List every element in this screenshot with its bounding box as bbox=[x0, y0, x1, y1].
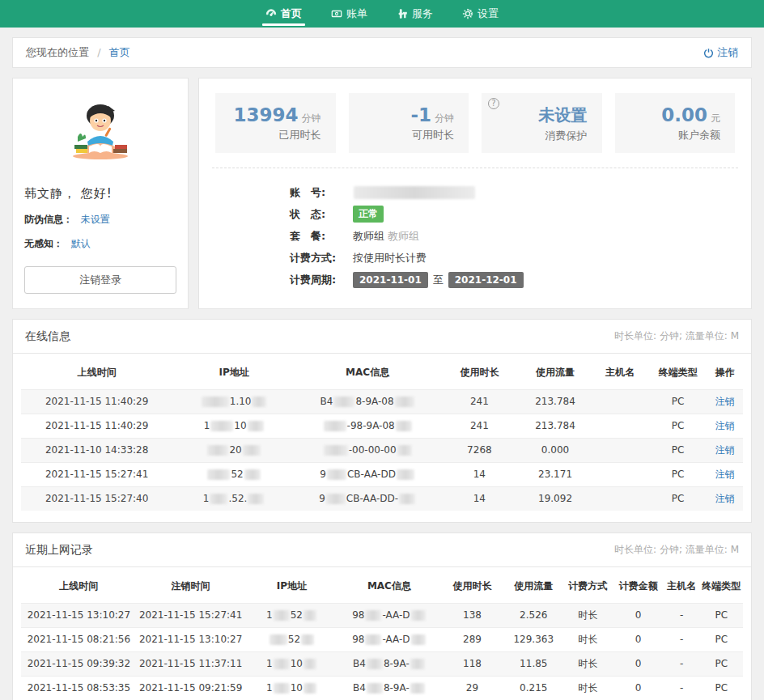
breadcrumb-prefix: 您现在的位置 bbox=[26, 46, 89, 58]
redacted-text-fragment: .52. bbox=[228, 493, 247, 504]
column-header: 使用流量 bbox=[505, 571, 562, 603]
table-cell: 98-AA-D bbox=[338, 627, 439, 651]
table-cell: 2021-11-15 11:40:29 bbox=[21, 414, 172, 438]
redacted-text-fragment: 8-9A- bbox=[384, 658, 410, 669]
session-logout-link[interactable]: 注销 bbox=[715, 420, 735, 431]
nav-tab-services[interactable]: 服务 bbox=[384, 0, 446, 28]
dashboard-icon bbox=[265, 8, 277, 19]
redacted-block bbox=[274, 683, 290, 694]
stat-label: 已用时长 bbox=[223, 128, 321, 142]
stat-value: -1 bbox=[410, 104, 431, 125]
recent-records-table: 上线时间注销时间IP地址MAC信息使用时长使用流量计费方式计费金额主机名终端类型… bbox=[21, 571, 743, 700]
redacted-text-fragment: 1.10 bbox=[230, 396, 252, 407]
table-cell bbox=[592, 438, 649, 462]
table-cell: PC bbox=[649, 438, 707, 462]
table-cell: 1.10 bbox=[172, 389, 295, 414]
table-cell: - bbox=[664, 651, 700, 676]
redacted-block bbox=[207, 469, 230, 480]
table-cell: 118 bbox=[439, 651, 504, 676]
table-cell: 241 bbox=[439, 389, 519, 414]
table-cell: PC bbox=[649, 486, 707, 511]
table-cell: - bbox=[664, 603, 700, 627]
redacted-block bbox=[248, 421, 264, 431]
logout-link-top[interactable]: 注销 bbox=[703, 45, 738, 60]
status-badge: 正常 bbox=[353, 206, 384, 223]
senseless-value-link[interactable]: 默认 bbox=[71, 238, 91, 249]
redacted-block bbox=[410, 683, 425, 694]
table-cell: 2021-11-15 15:27:40 bbox=[21, 486, 172, 511]
table-cell: 19.092 bbox=[519, 486, 591, 511]
session-logout-link[interactable]: 注销 bbox=[715, 493, 735, 504]
help-icon[interactable]: ? bbox=[488, 98, 499, 109]
redacted-block bbox=[410, 659, 425, 669]
column-header: 终端类型 bbox=[649, 357, 707, 389]
column-header: 使用时长 bbox=[439, 357, 519, 389]
table-cell bbox=[592, 462, 649, 486]
table-cell: 注销 bbox=[707, 389, 743, 414]
table-cell bbox=[592, 486, 649, 511]
stat-unit: 元 bbox=[711, 112, 720, 124]
account-number-row: 账 号: bbox=[290, 181, 735, 203]
table-cell: 129.363 bbox=[505, 627, 562, 651]
breadcrumb-separator: / bbox=[97, 46, 100, 58]
redacted-text-fragment: 9 bbox=[320, 469, 326, 480]
gear-icon bbox=[462, 8, 473, 19]
billing-cycle-row: 计费周期: 2021-11-01 至 2021-12-01 bbox=[290, 269, 735, 291]
table-cell: 0 bbox=[613, 676, 663, 700]
billing-method-row: 计费方式: 按使用时长计费 bbox=[290, 247, 735, 269]
column-header: 计费金额 bbox=[613, 571, 663, 603]
redacted-block bbox=[395, 397, 414, 407]
redacted-block bbox=[365, 634, 381, 645]
greeting-text: 韩文静， 您好! bbox=[24, 186, 176, 202]
stat-unit: 分钟 bbox=[435, 112, 454, 124]
redacted-text-fragment: 98 bbox=[352, 634, 364, 645]
table-cell: PC bbox=[649, 389, 707, 414]
redacted-block bbox=[327, 469, 346, 480]
billing-method-label: 计费方式: bbox=[290, 251, 353, 265]
redacted-text-fragment: -00-00-00 bbox=[349, 444, 397, 456]
column-header: 主机名 bbox=[664, 571, 700, 603]
redacted-block bbox=[411, 610, 426, 621]
session-logout-link[interactable]: 注销 bbox=[715, 444, 735, 456]
table-row: 2021-11-15 11:40:291.10B48-9A-08241213.7… bbox=[21, 389, 743, 414]
breadcrumb-current-link[interactable]: 首页 bbox=[109, 46, 130, 58]
table-cell: 152 bbox=[245, 603, 339, 627]
table-cell: 2021-11-15 08:21:56 bbox=[21, 627, 137, 651]
redacted-text-fragment: 1 bbox=[266, 609, 273, 621]
anti-fake-value-link[interactable]: 未设置 bbox=[81, 214, 110, 225]
nav-tab-settings[interactable]: 设置 bbox=[449, 0, 511, 28]
redacted-text-fragment: B4 bbox=[320, 396, 333, 407]
redacted-text-fragment: 1 bbox=[266, 658, 273, 669]
table-cell: 289 bbox=[439, 627, 504, 651]
table-cell: 注销 bbox=[707, 438, 743, 462]
table-cell: 时长 bbox=[562, 676, 613, 700]
logout-button[interactable]: 注销登录 bbox=[24, 266, 176, 294]
online-panel-title: 在线信息 bbox=[25, 329, 70, 344]
redacted-block bbox=[202, 397, 229, 407]
session-logout-link[interactable]: 注销 bbox=[715, 469, 735, 480]
column-header: 终端类型 bbox=[699, 571, 743, 603]
account-plan-label: 套 餐: bbox=[290, 229, 353, 244]
table-cell: 23.171 bbox=[519, 462, 591, 486]
column-header: IP地址 bbox=[245, 571, 339, 603]
panel-header: 近期上网记录 时长单位: 分钟; 流量单位: M bbox=[13, 533, 751, 567]
account-status-row: 状 态: 正常 bbox=[290, 203, 735, 225]
units-note: 时长单位: 分钟; 流量单位: M bbox=[614, 329, 739, 343]
table-cell: B48-9A- bbox=[338, 651, 439, 676]
redacted-text-fragment: 9 bbox=[319, 493, 325, 504]
table-cell: 213.784 bbox=[519, 414, 591, 438]
nav-tab-bills[interactable]: 账单 bbox=[318, 0, 380, 28]
redacted-text-fragment: 1 bbox=[204, 420, 210, 431]
nav-tab-home[interactable]: 首页 bbox=[253, 0, 315, 28]
account-status-label: 状 态: bbox=[290, 207, 353, 222]
session-logout-link[interactable]: 注销 bbox=[715, 396, 735, 407]
table-cell: 7268 bbox=[439, 438, 519, 462]
table-cell: B48-9A-08 bbox=[295, 389, 439, 414]
column-header: 上线时间 bbox=[21, 571, 137, 603]
account-number-redacted bbox=[354, 186, 475, 199]
table-cell: 9CB-AA-DD bbox=[295, 462, 439, 486]
table-row: 2021-11-15 09:39:322021-11-15 11:37:1111… bbox=[21, 651, 743, 676]
cycle-start-badge: 2021-11-01 bbox=[353, 272, 428, 288]
table-row: 2021-11-15 15:27:41529CB-AA-DD1423.171PC… bbox=[21, 462, 743, 486]
table-cell: 110 bbox=[245, 651, 339, 676]
